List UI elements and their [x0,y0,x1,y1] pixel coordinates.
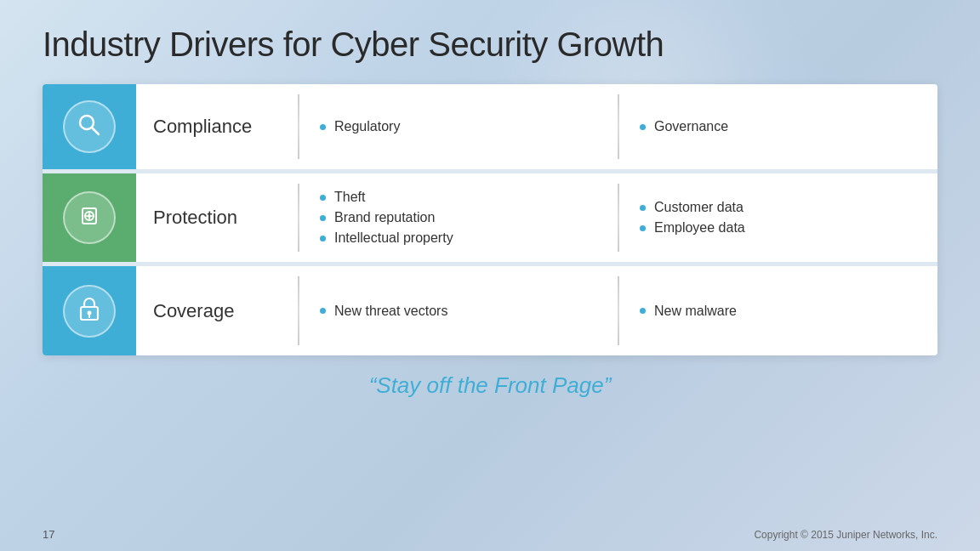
bullets-col-2: New malware [619,266,937,355]
table-row: CoverageNew threat vectorsNew malware [43,266,937,355]
search-icon [77,113,101,141]
bullet-item: Theft [320,190,597,205]
search-icon-wrap [63,100,116,153]
bullets-col-2: Governance [619,84,937,169]
bullet-text: Governance [654,119,728,134]
slide-number: 17 [43,528,54,541]
category-label: Compliance [136,84,298,169]
category-label: Coverage [136,266,298,355]
table-row: ComplianceRegulatoryGovernance [43,84,937,173]
bullet-item: Governance [640,119,917,134]
slide-title: Industry Drivers for Cyber Security Grow… [43,26,937,64]
bullet-item: Customer data [640,200,917,215]
bullet-dot [640,308,646,314]
bullets-col-1: New threat vectors [299,266,618,355]
bullet-dot [320,215,326,221]
bullet-item: New threat vectors [320,304,597,319]
icon-cell [43,173,136,262]
copyright-text: Copyright © 2015 Juniper Networks, Inc. [754,529,937,541]
lock-icon [78,296,100,326]
bullets-col-2: Customer dataEmployee data [619,173,937,262]
bullet-item: Intellectual property [320,230,597,246]
bullet-dot [640,225,646,231]
rows-wrapper: ComplianceRegulatoryGovernance Protectio… [43,84,937,355]
lock-icon-wrap [63,285,116,338]
svg-point-6 [88,214,91,218]
bullet-dot [320,236,326,241]
bullet-item: Employee data [640,220,917,236]
shield-icon [77,203,101,233]
bullets-col-1: Regulatory [299,84,618,169]
bullet-text: Regulatory [334,119,400,134]
bullet-dot [320,195,326,201]
bullet-dot [640,205,646,211]
bullet-text: New malware [654,304,737,319]
bullet-text: Theft [334,190,365,205]
bullet-item: New malware [640,304,917,319]
bullet-dot [320,124,326,130]
bullet-text: Customer data [654,200,744,215]
bullet-dot [320,308,326,314]
category-label: Protection [136,173,298,262]
bullet-text: Employee data [654,220,745,236]
slide-container: Industry Drivers for Cyber Security Grow… [0,0,980,551]
table-row: ProtectionTheftBrand reputationIntellect… [43,173,937,266]
icon-cell [43,84,136,169]
bullet-item: Brand reputation [320,210,597,225]
icon-cell [43,266,136,355]
shield-icon-wrap [63,191,116,244]
bullet-dot [640,124,646,130]
content-table: ComplianceRegulatoryGovernance Protectio… [43,84,937,355]
footer-quote: “Stay off the Front Page” [43,372,937,399]
bullets-col-1: TheftBrand reputationIntellectual proper… [299,173,618,262]
bullet-text: Brand reputation [334,210,435,225]
svg-line-1 [92,128,99,134]
bullet-text: Intellectual property [334,230,453,246]
bullet-text: New threat vectors [334,304,447,319]
bullet-item: Regulatory [320,119,597,134]
